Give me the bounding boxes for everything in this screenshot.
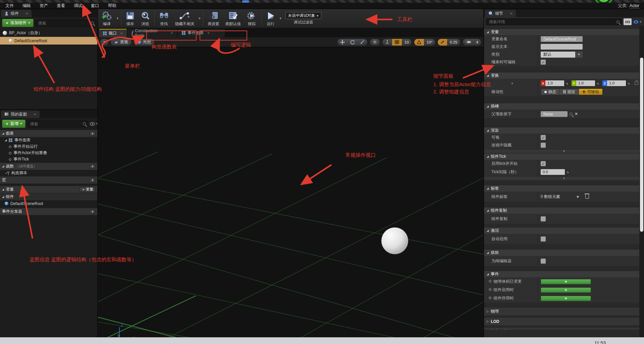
lod-section-header[interactable]: ▷LOD — [484, 317, 644, 325]
close-icon[interactable]: ✕ — [510, 12, 513, 15]
cooking-section-header[interactable]: ◢烘焙 — [484, 249, 644, 256]
grid-snap-icon[interactable] — [392, 39, 402, 46]
chevron-down-icon[interactable]: ▼ — [115, 17, 120, 20]
details-scrollbar-thumb[interactable] — [640, 58, 643, 232]
transform-section-header[interactable]: ◢变换 — [484, 72, 644, 79]
add-event-button[interactable]: ＋ — [541, 296, 591, 301]
grid-snap-value[interactable]: 10 — [402, 39, 412, 46]
tab-viewport[interactable]: 视口 ✕ — [99, 29, 127, 37]
grid-snap-group[interactable]: 10 — [382, 39, 412, 46]
dispatchers-section-header[interactable]: 事件分发器 ＋ — [0, 208, 97, 215]
event-tick-item[interactable]: ◇ 事件Tick — [0, 156, 97, 162]
scale-snap-icon[interactable] — [438, 39, 447, 46]
chevron-down-icon[interactable]: ▼ — [511, 82, 514, 85]
lock-icon[interactable] — [635, 82, 638, 85]
rotate-icon[interactable] — [347, 39, 358, 46]
play-button[interactable]: 运行 — [263, 9, 278, 28]
my-blueprint-search[interactable] — [27, 121, 88, 127]
add-graph-button[interactable]: ＋ — [90, 131, 95, 136]
angle-snap-icon[interactable] — [414, 39, 424, 46]
class-settings-button[interactable]: 类设置 — [205, 9, 222, 28]
editor-only-checkbox[interactable]: ✓ — [541, 259, 546, 264]
scale-z-field[interactable]: Z1.0↘ — [602, 80, 631, 86]
rendering-expander[interactable]: ▼ — [484, 149, 644, 153]
add-event-button[interactable]: ＋ — [541, 287, 591, 293]
perspective-button[interactable]: 透视 — [110, 39, 132, 46]
event-overlap-item[interactable]: ◇ 事件Actor开始重叠 — [0, 150, 97, 156]
menu-debug[interactable]: 调试 — [72, 3, 84, 9]
replication-section-header[interactable]: ◢组件复制 — [484, 207, 644, 214]
sockets-section-header[interactable]: ◢插槽 — [484, 103, 644, 110]
hide-unrelated-button[interactable]: 隐藏不相关 — [172, 9, 198, 28]
browse-button[interactable]: 浏览 — [138, 9, 153, 28]
find-button[interactable]: 查找 — [156, 9, 172, 28]
chevron-down-icon[interactable]: ▼ — [278, 17, 283, 20]
variables-section-header[interactable]: ◢ 变量 ＋变量 — [0, 186, 97, 193]
components-tab[interactable]: 组件 ✕ — [1, 10, 32, 17]
close-icon[interactable]: ✕ — [120, 31, 123, 35]
hidden-checkbox[interactable]: ✓ — [541, 143, 546, 148]
trash-icon[interactable] — [585, 195, 589, 199]
functions-section-header[interactable]: ◢ 函数 （18可覆盖） ＋ — [0, 163, 97, 170]
tick-section-header[interactable]: ◢组件Tick — [484, 153, 644, 160]
compile-button[interactable]: 编译 — [98, 9, 115, 28]
construction-script-item[interactable]: ↗f 构造脚本 — [0, 170, 97, 176]
mobility-static-button[interactable]: 静态 — [541, 89, 560, 95]
tab-construction-script[interactable]: f Construction Scrip ✕ — [127, 29, 177, 37]
property-visibility-button[interactable]: ▼ — [633, 20, 642, 24]
add-function-button[interactable]: ＋ — [90, 164, 95, 169]
search-icon[interactable] — [570, 113, 573, 116]
add-variable-button[interactable]: ＋变量 — [79, 187, 95, 192]
editable-checkbox[interactable]: ✓ — [541, 60, 546, 65]
save-button[interactable]: 保存 — [123, 9, 138, 28]
physics-section-header[interactable]: ▷物理 — [484, 307, 644, 315]
event-beginplay-item[interactable]: ◇ 事件开始运行 — [0, 143, 97, 150]
debug-object-dropdown[interactable]: 未选中调试对象 ▼ — [285, 12, 322, 19]
menu-edit[interactable]: 编辑 — [20, 3, 33, 9]
tick-enabled-checkbox[interactable]: ✓ — [541, 161, 546, 166]
menu-file[interactable]: 文件 — [3, 3, 16, 9]
scale-x-field[interactable]: X1.0↘ — [541, 80, 570, 86]
asset-user-data-header[interactable]: ▷资产用户数据 — [484, 327, 644, 330]
menu-window[interactable]: 窗口 — [89, 3, 101, 9]
event-graph-item[interactable]: ◢ 事件图表 — [0, 137, 97, 143]
menu-help[interactable]: 帮助 — [106, 3, 118, 9]
clear-icon[interactable]: ✕ — [575, 112, 578, 116]
components-search[interactable] — [35, 20, 96, 26]
details-search[interactable] — [486, 18, 622, 25]
add-component-button[interactable]: ＋ 添加组件 ▼ — [2, 19, 34, 27]
variable-section-header[interactable]: ◢变量 — [484, 28, 644, 35]
activation-section-header[interactable]: ◢激活 — [484, 227, 644, 234]
scale-icon[interactable] — [358, 39, 367, 46]
camera-speed-value[interactable]: 4 — [474, 39, 481, 46]
scale-snap-value[interactable]: 0.25 — [447, 39, 460, 46]
sceneroot-variable-item[interactable]: DefaultSceneRoot — [0, 200, 97, 207]
details-tab[interactable]: i 细节 ✕ — [485, 10, 516, 17]
tree-row-defaultsceneroot[interactable]: DefaultSceneRoot — [0, 37, 97, 45]
close-icon[interactable]: ✕ — [34, 113, 36, 116]
lit-mode-button[interactable]: 光照 — [133, 39, 155, 46]
tooltip-field[interactable] — [541, 44, 583, 50]
viewport-3d[interactable]: Z X Y — [98, 47, 483, 344]
graphs-section-header[interactable]: ◢ 图表 ＋ — [0, 130, 97, 137]
tick-expander[interactable]: ▼ — [484, 176, 644, 180]
macros-section-header[interactable]: 宏 ＋ — [0, 177, 97, 184]
parent-class-link[interactable]: Actor — [630, 3, 639, 8]
tab-event-graph[interactable]: 事件图表 ✕ — [178, 29, 225, 37]
variable-name-field[interactable] — [541, 36, 583, 42]
chevron-down-icon[interactable]: ▼ — [197, 17, 202, 20]
details-search-input[interactable] — [488, 19, 616, 24]
menu-asset[interactable]: 资产 — [38, 3, 50, 9]
gizmo-mode-group[interactable] — [337, 39, 368, 46]
add-macro-button[interactable]: ＋ — [90, 178, 95, 183]
simulate-button[interactable]: 模拟 — [244, 9, 260, 28]
add-event-button[interactable]: ＋ — [541, 279, 591, 284]
parent-socket-field[interactable]: None — [541, 111, 568, 117]
events-section-header[interactable]: ◢事件 — [484, 271, 644, 277]
components-search-input[interactable] — [38, 20, 91, 26]
display-mode-button[interactable] — [624, 18, 632, 25]
scale-y-field[interactable]: Y1.0↘ — [572, 80, 600, 86]
angle-snap-group[interactable]: 10° — [414, 39, 435, 46]
components-category-header[interactable]: ◢ 组件 — [0, 193, 97, 200]
translate-icon[interactable] — [337, 39, 347, 46]
